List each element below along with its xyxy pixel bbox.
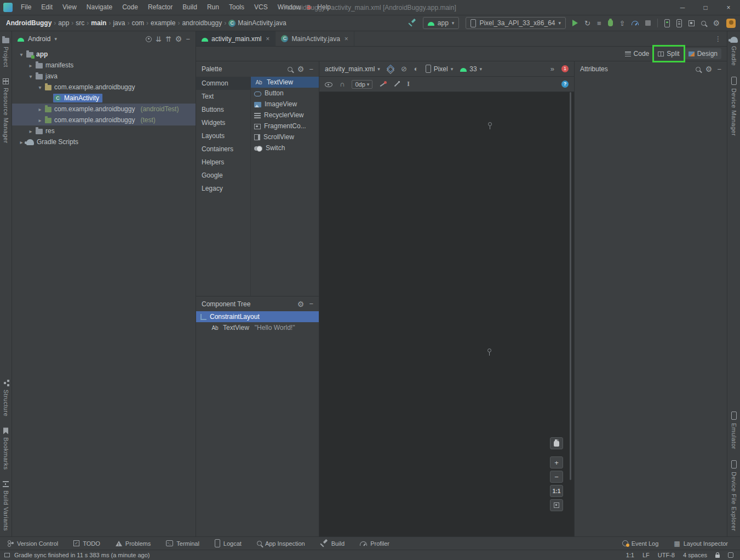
settings-gear-icon[interactable]: ⚙ xyxy=(713,19,720,27)
tool-window-button-gradle[interactable]: Gradle xyxy=(730,31,738,71)
infer-constraints-icon[interactable] xyxy=(393,81,400,88)
project-tree-item-java-1[interactable]: ▾java xyxy=(12,71,196,82)
tool-window-button-build[interactable]: Build xyxy=(320,540,345,547)
tool-window-button-version-control[interactable]: Version Control xyxy=(8,540,58,547)
tool-window-button-build-variants[interactable]: Build Variants xyxy=(3,476,9,536)
help-icon[interactable]: ? xyxy=(561,81,569,88)
chevron-expanded-icon[interactable]: ▾ xyxy=(18,52,25,58)
tab-options-icon[interactable]: ⋮ xyxy=(709,31,727,46)
search-icon[interactable] xyxy=(288,67,292,72)
menu-vcs[interactable]: VCS xyxy=(249,0,273,15)
split-mode-button[interactable]: Split xyxy=(654,48,683,59)
tool-window-button-resource-manager[interactable]: Resource Manager xyxy=(3,73,9,149)
menu-refactor[interactable]: Refactor xyxy=(143,0,177,15)
close-tab-icon[interactable]: × xyxy=(345,35,348,43)
device-manager-button[interactable] xyxy=(664,19,670,27)
hide-panel-button[interactable]: − xyxy=(186,36,190,43)
hide-panel-button[interactable]: − xyxy=(309,300,313,307)
palette-item-textview[interactable]: AbTextView xyxy=(251,77,319,88)
stop-button[interactable] xyxy=(645,20,651,26)
minimize-button[interactable]: ─ xyxy=(671,0,694,15)
tool-window-button-event-log[interactable]: Event Log xyxy=(622,540,659,547)
hide-panel-button[interactable]: − xyxy=(309,66,313,73)
tab-mainactivity-java[interactable]: CMainActivity.java× xyxy=(276,31,354,46)
breadcrumb-mainactivity-java[interactable]: CMainActivity.java xyxy=(227,19,288,27)
menu-file[interactable]: File xyxy=(16,0,36,15)
breadcrumb-androidbuggy[interactable]: androidbuggy xyxy=(180,19,223,27)
palette-category-buttons[interactable]: Buttons xyxy=(196,103,250,116)
menu-edit[interactable]: Edit xyxy=(36,0,58,15)
chevron-collapsed-icon[interactable]: ▸ xyxy=(27,128,35,134)
theme-icon[interactable]: ◐ xyxy=(414,65,418,72)
project-tree-item-res-1[interactable]: ▸res xyxy=(12,125,196,136)
tab-activity-main-xml[interactable]: activity_main.xml× xyxy=(196,31,276,46)
api-version-selector[interactable]: 33 ▾ xyxy=(460,65,482,73)
search-everywhere-button[interactable] xyxy=(701,21,706,26)
zoom-reset-button[interactable]: 1:1 xyxy=(550,485,563,497)
tool-window-button-device-file-explorer[interactable]: Device File Explorer xyxy=(731,455,737,536)
menu-run[interactable]: Run xyxy=(202,0,224,15)
close-tab-icon[interactable]: × xyxy=(266,35,269,43)
search-icon[interactable] xyxy=(696,67,701,72)
locate-file-button[interactable] xyxy=(146,36,152,42)
tool-window-button-bookmarks[interactable]: Bookmarks xyxy=(3,422,9,476)
tool-window-button-terminal[interactable]: Terminal xyxy=(166,540,199,547)
chevron-collapsed-icon[interactable]: ▸ xyxy=(36,106,44,112)
attach-debugger-button[interactable]: ⇧ xyxy=(619,20,626,27)
design-mode-button[interactable]: Design xyxy=(685,48,721,59)
toolbar-overflow-button[interactable]: » xyxy=(550,65,554,72)
palette-item-fragmentco[interactable]: FragmentCo... xyxy=(251,121,319,132)
apply-changes-button[interactable]: ↻ xyxy=(584,20,590,27)
gear-icon[interactable]: ⚙ xyxy=(297,65,305,73)
project-tree-item-mainactivity-3[interactable]: CMainActivity xyxy=(12,93,196,104)
tool-window-button-problems[interactable]: Problems xyxy=(116,540,151,547)
device-select[interactable]: Pixel_3a_API_33_x86_64 ▾ xyxy=(466,17,566,29)
device-for-preview-selector[interactable]: Pixel ▾ xyxy=(426,65,454,73)
palette-item-button[interactable]: Button xyxy=(251,88,319,99)
breadcrumb-java[interactable]: java xyxy=(111,19,127,27)
notifications-icon[interactable] xyxy=(728,552,733,558)
palette-item-scrollview[interactable]: ScrollView xyxy=(251,132,319,142)
zoom-in-button[interactable]: + xyxy=(550,456,563,468)
project-tree-item-com-example-androidbuggy-2[interactable]: ▾com.example.androidbuggy xyxy=(12,82,196,93)
lock-icon[interactable] xyxy=(715,555,720,558)
breadcrumb-src[interactable]: src xyxy=(74,19,86,27)
project-tree-item-com-example-androidbuggy-test[interactable]: ▸com.example.androidbuggy(test) xyxy=(12,115,196,125)
background-tasks-icon[interactable] xyxy=(4,553,10,557)
run-menu-button[interactable]: ≡ xyxy=(597,20,601,27)
palette-category-layouts[interactable]: Layouts xyxy=(196,129,250,142)
project-tree-item-app-0[interactable]: ▾app xyxy=(12,49,196,60)
status-4-spaces[interactable]: 4 spaces xyxy=(683,552,707,558)
palette-item-recyclerview[interactable]: RecyclerView xyxy=(251,110,319,121)
breadcrumb-androidbuggy[interactable]: AndroidBuggy xyxy=(4,19,53,27)
chevron-collapsed-icon[interactable]: ▸ xyxy=(27,62,35,68)
expand-all-button[interactable]: ⇊ xyxy=(156,36,162,43)
run-configuration-select[interactable]: app ▾ xyxy=(423,17,460,29)
menu-code[interactable]: Code xyxy=(117,0,143,15)
autoconnect-icon[interactable]: ∩ xyxy=(340,80,345,88)
chevron-down-icon[interactable]: ▾ xyxy=(54,36,57,42)
tool-window-button-todo[interactable]: TODO xyxy=(73,540,100,547)
design-canvas[interactable]: + − 1:1 xyxy=(319,92,574,536)
status-1-1[interactable]: 1:1 xyxy=(626,552,634,558)
zoom-to-fit-button[interactable] xyxy=(550,499,563,511)
profile-avatar[interactable] xyxy=(726,19,736,28)
tool-window-button-app-inspection[interactable]: App Inspection xyxy=(257,540,305,547)
component-textview[interactable]: AbTextView"Hello World!" xyxy=(196,322,319,333)
profile-button[interactable] xyxy=(632,21,639,25)
build-hammer-icon[interactable] xyxy=(409,19,416,27)
chevron-expanded-icon[interactable]: ▾ xyxy=(27,73,35,79)
tool-window-button-layout-inspector[interactable]: Layout Inspector xyxy=(674,540,728,547)
gear-icon[interactable]: ⚙ xyxy=(297,300,305,308)
close-button[interactable]: × xyxy=(717,0,740,15)
layout-file-selector[interactable]: activity_main.xml ▾ xyxy=(325,65,380,73)
project-tree-item-manifests-1[interactable]: ▸manifests xyxy=(12,60,196,71)
menu-window[interactable]: Window xyxy=(273,0,306,15)
status-lf[interactable]: LF xyxy=(643,552,650,558)
hide-panel-button[interactable]: − xyxy=(717,66,721,73)
issues-indicator[interactable]: 1 xyxy=(561,65,569,72)
palette-category-widgets[interactable]: Widgets xyxy=(196,116,250,129)
palette-category-containers[interactable]: Containers xyxy=(196,142,250,156)
align-tools-icon[interactable]: I xyxy=(407,80,410,88)
zoom-out-button[interactable]: − xyxy=(550,471,563,483)
